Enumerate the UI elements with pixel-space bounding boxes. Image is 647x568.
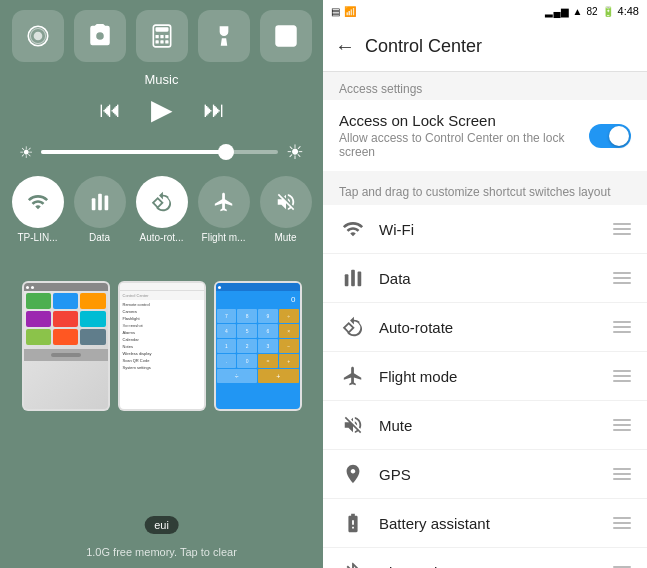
- music-section: Music ⏮ ▶ ⏭: [0, 72, 323, 134]
- flashlight-button[interactable]: [198, 10, 250, 62]
- settings-item-autorotate[interactable]: Auto-rotate: [323, 303, 647, 352]
- status-left: ▤ 📶: [331, 6, 356, 17]
- svg-rect-12: [98, 194, 102, 211]
- remote-button[interactable]: [12, 10, 64, 62]
- access-title: Access on Lock Screen: [339, 112, 589, 129]
- flightmode-shortcut[interactable]: Flight m...: [198, 176, 250, 243]
- svg-rect-4: [155, 27, 168, 31]
- mute-item-label: Mute: [379, 417, 613, 434]
- notification-icon: ▤: [331, 6, 340, 17]
- settings-item-battery[interactable]: Battery assistant: [323, 499, 647, 548]
- wifi-status-icon: ▲: [573, 6, 583, 17]
- autorotate-circle: [136, 176, 188, 228]
- gps-drag-handle[interactable]: [613, 468, 631, 480]
- screenshot-button[interactable]: [260, 10, 312, 62]
- battery-icon: 🔋: [602, 6, 614, 17]
- bluetooth-item-label: Bluetooth: [379, 564, 613, 569]
- settings-item-data[interactable]: Data: [323, 254, 647, 303]
- access-text: Access on Lock Screen Allow access to Co…: [339, 112, 589, 159]
- svg-rect-10: [165, 40, 168, 43]
- access-desc: Allow access to Control Center on the lo…: [339, 131, 589, 159]
- mute-drag-handle[interactable]: [613, 419, 631, 431]
- mute-circle: [260, 176, 312, 228]
- flightmode-drag-handle[interactable]: [613, 370, 631, 382]
- slider-thumb: [218, 144, 234, 160]
- svg-rect-8: [155, 40, 158, 43]
- brightness-slider[interactable]: [41, 150, 278, 154]
- battery-assist-icon: [339, 509, 367, 537]
- autorotate-item-label: Auto-rotate: [379, 319, 613, 336]
- brightness-row: ☀ ☀: [19, 140, 304, 164]
- wifi-shortcut[interactable]: TP-LIN...: [12, 176, 64, 243]
- flightmode-label: Flight m...: [202, 232, 246, 243]
- top-icons: [12, 10, 312, 62]
- data-shortcut[interactable]: Data: [74, 176, 126, 243]
- brightness-high-icon: ☀: [286, 140, 304, 164]
- thumbnails-row: Control Center Remote control Camera Fla…: [12, 281, 312, 411]
- svg-rect-15: [351, 270, 355, 287]
- battery-drag-handle[interactable]: [613, 517, 631, 529]
- settings-item-flightmode[interactable]: Flight mode: [323, 352, 647, 401]
- svg-rect-14: [104, 196, 108, 211]
- eui-badge: eui: [144, 516, 179, 534]
- status-bar: ▤ 📶 ▂▄▆ ▲ 82 🔋 4:48: [323, 0, 647, 22]
- watermark: M BIGYAAN: [120, 320, 202, 335]
- brightness-low-icon: ☀: [19, 143, 33, 162]
- settings-item-bluetooth[interactable]: Bluetooth: [323, 548, 647, 568]
- header-title: Control Center: [365, 36, 482, 57]
- header: ← Control Center: [323, 22, 647, 72]
- bluetooth-icon: [339, 558, 367, 568]
- settings-item-mute[interactable]: Mute: [323, 401, 647, 450]
- back-button[interactable]: ←: [335, 35, 355, 58]
- wifi-drag-handle[interactable]: [613, 223, 631, 235]
- clear-memory-text[interactable]: 1.0G free memory. Tap to clear: [86, 546, 237, 558]
- access-section-label: Access settings: [323, 72, 647, 100]
- prev-button[interactable]: ⏮: [99, 97, 121, 123]
- autorotate-icon: [339, 313, 367, 341]
- music-label: Music: [145, 72, 179, 87]
- autorotate-shortcut[interactable]: Auto-rot...: [136, 176, 188, 243]
- shortcut-row: TP-LIN... Data Auto-rot... Flight m...: [12, 176, 312, 243]
- customize-label: Tap and drag to customize shortcut switc…: [323, 175, 647, 205]
- svg-rect-17: [358, 272, 362, 287]
- clock: 4:48: [618, 5, 639, 17]
- svg-rect-6: [160, 35, 163, 38]
- svg-rect-9: [160, 40, 163, 43]
- calculator-button[interactable]: [136, 10, 188, 62]
- settings-item-gps[interactable]: GPS: [323, 450, 647, 499]
- flightmode-icon: [339, 362, 367, 390]
- battery-level: 82: [586, 6, 597, 17]
- play-button[interactable]: ▶: [151, 93, 173, 126]
- access-card: Access on Lock Screen Allow access to Co…: [323, 100, 647, 171]
- mute-label: Mute: [274, 232, 296, 243]
- battery-item-label: Battery assistant: [379, 515, 613, 532]
- next-button[interactable]: ⏭: [203, 97, 225, 123]
- data-circle: [74, 176, 126, 228]
- wifi-item-label: Wi-Fi: [379, 221, 613, 238]
- music-controls: ⏮ ▶ ⏭: [99, 93, 225, 126]
- access-row: Access on Lock Screen Allow access to Co…: [339, 112, 631, 159]
- svg-rect-13: [91, 198, 95, 210]
- svg-point-1: [33, 32, 42, 41]
- data-drag-handle[interactable]: [613, 272, 631, 284]
- thumbnail-home[interactable]: [22, 281, 110, 411]
- lock-screen-toggle[interactable]: [589, 124, 631, 148]
- sim-icon: 📶: [344, 6, 356, 17]
- data-item-label: Data: [379, 270, 613, 287]
- signal-bars: ▂▄▆: [545, 6, 568, 17]
- svg-rect-5: [155, 35, 158, 38]
- thumbnail-controlcenter[interactable]: Control Center Remote control Camera Fla…: [118, 281, 206, 411]
- camera-button[interactable]: [74, 10, 126, 62]
- settings-list: Wi-Fi Data Auto-rotate: [323, 205, 647, 568]
- settings-item-wifi[interactable]: Wi-Fi: [323, 205, 647, 254]
- thumbnail-calculator[interactable]: 0 7 8 9 ÷ 4 5 6 × 1 2 3 − . 0 =: [214, 281, 302, 411]
- autorotate-label: Auto-rot...: [140, 232, 184, 243]
- data-label: Data: [89, 232, 110, 243]
- toggle-knob: [609, 126, 629, 146]
- gps-icon: [339, 460, 367, 488]
- wifi-label: TP-LIN...: [17, 232, 57, 243]
- autorotate-drag-handle[interactable]: [613, 321, 631, 333]
- flightmode-item-label: Flight mode: [379, 368, 613, 385]
- mute-shortcut[interactable]: Mute: [260, 176, 312, 243]
- gps-item-label: GPS: [379, 466, 613, 483]
